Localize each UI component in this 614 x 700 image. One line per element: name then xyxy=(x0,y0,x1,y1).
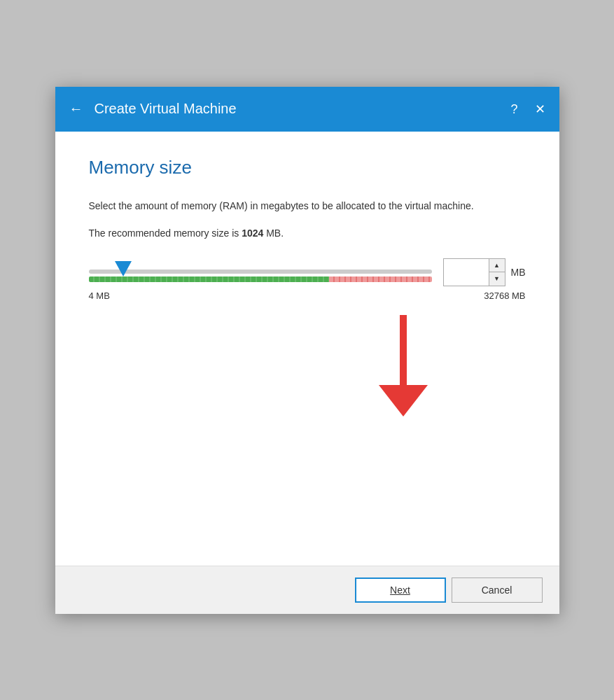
back-button[interactable]: ← xyxy=(69,101,83,117)
help-button[interactable]: ? xyxy=(510,103,517,115)
recommended-text: The recommended memory size is 1024 MB. xyxy=(89,227,526,239)
slider-track xyxy=(89,270,432,274)
slider-track-container[interactable] xyxy=(89,262,432,282)
red-arrow-icon xyxy=(365,308,435,427)
min-label: 4 MB xyxy=(89,290,110,301)
arrow-container xyxy=(89,308,526,434)
svg-marker-1 xyxy=(379,385,428,416)
spinbox-buttons: ▲ ▼ xyxy=(489,259,505,286)
slider-color-bar xyxy=(89,276,432,282)
dialog-title: Create Virtual Machine xyxy=(95,101,237,117)
memory-spinbox[interactable]: 2048 ▲ ▼ xyxy=(443,258,505,286)
spinbox-down-button[interactable]: ▼ xyxy=(489,272,505,286)
cancel-button[interactable]: Cancel xyxy=(452,578,543,603)
slider-green-zone xyxy=(89,276,329,282)
memory-input[interactable]: 2048 xyxy=(444,259,489,286)
title-bar: ← Create Virtual Machine ? ✕ xyxy=(55,87,559,132)
range-labels: 4 MB 32768 MB xyxy=(89,290,526,301)
description-text: Select the amount of memory (RAM) in meg… xyxy=(89,198,526,214)
section-title: Memory size xyxy=(89,157,526,178)
mb-unit-label: MB xyxy=(511,267,526,278)
slider-row: 2048 ▲ ▼ MB xyxy=(89,258,526,286)
create-vm-dialog: ← Create Virtual Machine ? ✕ Memory size… xyxy=(55,87,559,614)
dialog-content: Memory size Select the amount of memory … xyxy=(55,132,559,566)
slider-red-zone xyxy=(329,276,432,282)
next-button[interactable]: Next xyxy=(355,578,446,603)
spinbox-container: 2048 ▲ ▼ MB xyxy=(443,258,526,286)
spinbox-up-button[interactable]: ▲ xyxy=(489,259,505,272)
title-bar-controls: ? ✕ xyxy=(510,103,545,115)
dialog-footer: Next Cancel xyxy=(55,566,559,614)
max-label: 32768 MB xyxy=(484,290,525,301)
close-button[interactable]: ✕ xyxy=(535,103,545,115)
memory-slider-area: 2048 ▲ ▼ MB 4 MB 32768 MB xyxy=(89,258,526,301)
slider-thumb[interactable] xyxy=(115,261,132,276)
